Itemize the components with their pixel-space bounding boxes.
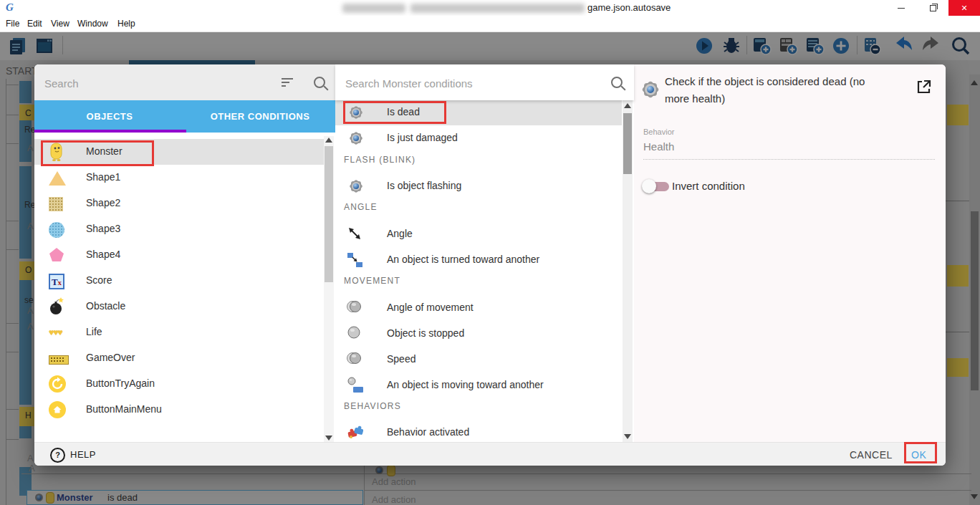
retry-button-icon <box>49 375 69 395</box>
toggle-thumb <box>642 179 656 193</box>
selector-tabs: OBJECTS OTHER CONDITIONS <box>34 100 335 133</box>
triangle-icon <box>49 168 69 188</box>
annotation-box-monster <box>41 140 154 166</box>
condition-section-movement: MOVEMENT <box>344 276 400 290</box>
title-bar: G game.json.autosave ✕ <box>0 0 980 16</box>
object-row-life[interactable]: ♥♥♥ Life <box>34 319 324 345</box>
condition-search-input[interactable] <box>344 73 583 93</box>
condition-detail-panel: Check if the object is considered dead (… <box>634 64 946 442</box>
scroll-down-icon[interactable] <box>325 436 332 441</box>
object-row-shape2[interactable]: Shape2 <box>34 191 324 216</box>
tab-objects[interactable]: OBJECTS <box>34 100 185 133</box>
menu-view[interactable]: View <box>51 16 69 32</box>
object-selector-panel: OBJECTS OTHER CONDITIONS Monster Shape1 <box>34 64 336 442</box>
object-row-shape1[interactable]: Shape1 <box>34 165 324 191</box>
turned-toward-icon <box>347 251 365 269</box>
menu-edit[interactable]: Edit <box>27 16 42 32</box>
object-row-buttontryagain[interactable]: ButtonTryAgain <box>34 371 324 397</box>
redacted-title-segment <box>342 4 405 13</box>
annotation-box-ok <box>904 442 937 463</box>
help-question-icon[interactable]: ? <box>50 448 65 463</box>
filter-icon[interactable] <box>282 78 293 87</box>
help-button[interactable]: HELP <box>70 449 96 460</box>
movement-angle-icon <box>347 299 365 317</box>
moving-toward-icon <box>347 377 365 394</box>
behavior-field-underline <box>643 145 935 160</box>
tab-other-conditions[interactable]: OTHER CONDITIONS <box>185 100 335 133</box>
object-search-input[interactable] <box>43 73 261 93</box>
scroll-up-icon[interactable] <box>325 138 332 143</box>
minimize-button[interactable] <box>885 0 917 16</box>
restore-icon <box>930 5 936 11</box>
invert-condition-label: Invert condition <box>672 180 745 192</box>
condition-section-angle: ANGLE <box>344 202 378 216</box>
scroll-up-icon[interactable] <box>624 103 631 108</box>
object-row-shape4[interactable]: Shape4 <box>34 242 324 268</box>
banner-icon <box>49 349 69 369</box>
health-gear-icon <box>347 130 365 147</box>
health-gear-icon <box>347 178 365 195</box>
condition-item-is-object-flashing[interactable]: Is object flashing <box>335 173 622 199</box>
scroll-down-icon[interactable] <box>624 434 631 439</box>
stopped-icon <box>347 325 365 342</box>
behavior-puzzle-icon <box>347 424 365 441</box>
condition-search-bar <box>335 64 634 100</box>
search-icon[interactable] <box>314 77 325 88</box>
condition-section-behaviors: BEHAVIORS <box>344 401 401 415</box>
object-list-scrollbar[interactable] <box>324 136 334 442</box>
angle-arrows-icon <box>347 226 365 243</box>
invert-condition-toggle[interactable] <box>643 179 672 193</box>
object-row-shape3[interactable]: Shape3 <box>34 216 324 242</box>
object-row-obstacle[interactable]: Obstacle <box>34 294 324 319</box>
menu-window[interactable]: Window <box>77 16 108 32</box>
gdevelop-logo-icon: G <box>6 1 14 14</box>
open-help-external-icon[interactable] <box>916 79 931 95</box>
condition-item-is-just-damaged[interactable]: Is just damaged <box>335 125 622 151</box>
condition-item-angle[interactable]: Angle <box>335 221 622 247</box>
square-icon <box>49 194 69 214</box>
redacted-title-segment <box>410 4 585 13</box>
window-title: game.json.autosave <box>587 2 671 13</box>
condition-item-speed[interactable]: Speed <box>335 347 622 372</box>
health-gear-icon <box>641 80 660 99</box>
menu-help[interactable]: Help <box>117 16 135 32</box>
gdevelop-window: G game.json.autosave ✕ File Edit View Wi… <box>0 0 980 505</box>
cancel-button[interactable]: CANCEL <box>850 449 893 461</box>
condition-section-flash: FLASH (BLINK) <box>344 155 415 169</box>
condition-item-moving-toward[interactable]: An object is moving toward another <box>335 372 622 398</box>
pentagon-icon <box>49 246 69 266</box>
condition-description: Check if the object is considered dead (… <box>665 73 887 107</box>
object-row-score[interactable]: Tx Score <box>34 268 324 294</box>
choose-condition-dialog: OBJECTS OTHER CONDITIONS Monster Shape1 <box>34 64 946 466</box>
close-button[interactable]: ✕ <box>948 0 980 16</box>
restore-button[interactable] <box>917 0 948 16</box>
menu-bar: File Edit View Window Help <box>0 16 980 32</box>
annotation-box-is-dead <box>343 101 446 124</box>
condition-list-scrollbar[interactable] <box>623 100 633 442</box>
home-button-icon <box>49 400 69 420</box>
hearts-icon: ♥♥♥ <box>49 323 69 343</box>
menu-file[interactable]: File <box>6 16 19 32</box>
text-object-icon: Tx <box>49 271 69 292</box>
bomb-icon <box>49 297 69 317</box>
speed-icon <box>347 351 365 368</box>
condition-item-object-is-stopped[interactable]: Object is stopped <box>335 321 622 347</box>
object-row-buttonmainmenu[interactable]: ButtonMainMenu <box>34 397 324 423</box>
scrollbar-thumb[interactable] <box>623 113 632 174</box>
search-icon[interactable] <box>611 77 623 88</box>
condition-item-turned-toward[interactable]: An object is turned toward another <box>335 247 622 273</box>
object-list: Monster Shape1 Shape2 Shape3 <box>34 133 335 442</box>
circle-icon <box>49 220 69 240</box>
condition-item-angle-of-movement[interactable]: Angle of movement <box>335 295 622 321</box>
object-search-bar <box>34 64 335 100</box>
scrollbar-thumb[interactable] <box>325 146 333 282</box>
object-row-gameover[interactable]: GameOver <box>34 345 324 371</box>
behavior-field-label: Behavior <box>643 128 674 136</box>
minimize-icon <box>898 8 905 9</box>
dialog-footer: ? HELP CANCEL OK <box>34 442 946 466</box>
